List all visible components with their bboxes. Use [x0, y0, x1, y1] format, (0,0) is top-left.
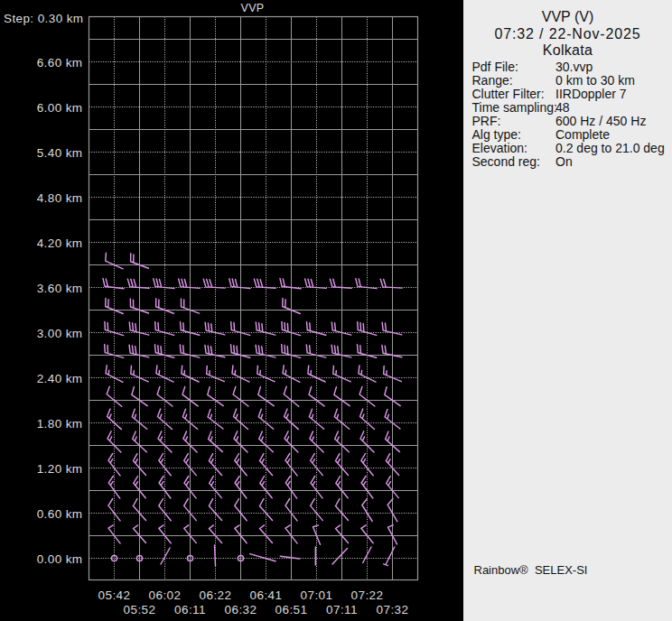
- svg-text:4.20 km: 4.20 km: [37, 236, 83, 250]
- svg-text:06:22: 06:22: [200, 589, 232, 602]
- svg-text:07:11: 07:11: [326, 603, 358, 616]
- svg-text:6.00 km: 6.00 km: [37, 101, 83, 115]
- svg-text:1.80 km: 1.80 km: [37, 417, 83, 431]
- svg-text:6.60 km: 6.60 km: [37, 56, 83, 70]
- svg-text:06:02: 06:02: [149, 589, 182, 602]
- svg-text:Step: 0.30 km: Step: 0.30 km: [4, 12, 84, 25]
- svg-text:3.60 km: 3.60 km: [37, 282, 83, 295]
- svg-text:0.00 km: 0.00 km: [37, 552, 83, 566]
- svg-text:06:51: 06:51: [275, 603, 308, 616]
- svg-text:07:32: 07:32: [377, 603, 409, 616]
- svg-text:3.00 km: 3.00 km: [37, 327, 83, 340]
- svg-text:5.40 km: 5.40 km: [37, 146, 83, 160]
- svg-text:06:11: 06:11: [174, 603, 206, 616]
- svg-text:07:01: 07:01: [301, 589, 333, 602]
- svg-text:07:22: 07:22: [351, 589, 384, 602]
- svg-text:2.40 km: 2.40 km: [37, 372, 83, 385]
- svg-text:05:52: 05:52: [124, 603, 156, 616]
- svg-text:06:32: 06:32: [225, 603, 257, 616]
- svg-text:0.60 km: 0.60 km: [37, 507, 83, 521]
- svg-text:05:42: 05:42: [98, 589, 131, 602]
- svg-text:06:41: 06:41: [250, 589, 283, 602]
- svg-text:1.20 km: 1.20 km: [37, 462, 83, 476]
- svg-text:4.80 km: 4.80 km: [37, 191, 83, 205]
- svg-text:VVP: VVP: [240, 2, 264, 14]
